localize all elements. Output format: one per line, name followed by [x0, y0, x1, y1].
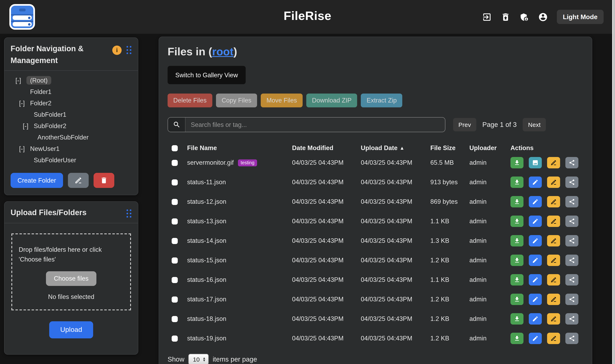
row-checkbox[interactable]: [172, 160, 178, 166]
rename-file-button[interactable]: [547, 235, 560, 247]
tree-item-subfolderuser[interactable]: SubFolderUser: [4, 155, 135, 166]
share-file-button[interactable]: [565, 294, 578, 305]
edit-file-button[interactable]: [529, 274, 542, 286]
download-button[interactable]: [510, 313, 523, 325]
select-all-checkbox[interactable]: [172, 145, 178, 151]
drag-handle-icon[interactable]: [127, 46, 132, 54]
share-file-button[interactable]: [565, 333, 578, 344]
page-scrollbar[interactable]: [612, 0, 615, 364]
row-checkbox[interactable]: [172, 316, 178, 322]
account-icon[interactable]: [538, 12, 548, 22]
prev-page-button[interactable]: Prev: [453, 118, 476, 131]
share-file-button[interactable]: [565, 177, 578, 188]
row-checkbox[interactable]: [172, 218, 178, 224]
switch-gallery-view-button[interactable]: Switch to Gallery View: [168, 66, 246, 84]
file-name[interactable]: status-14.json: [187, 237, 226, 245]
rename-file-button[interactable]: [547, 177, 560, 188]
copy-files-button[interactable]: Copy Files: [216, 93, 257, 107]
preview-image-button[interactable]: [529, 157, 542, 168]
tree-item-anothersubfolder[interactable]: AnotherSubFolder: [4, 132, 135, 143]
edit-file-button[interactable]: [529, 177, 542, 188]
download-button[interactable]: [510, 235, 523, 247]
search-input[interactable]: [185, 117, 445, 132]
file-dropzone[interactable]: Drop files/folders here or click 'Choose…: [11, 233, 131, 310]
share-file-button[interactable]: [565, 196, 578, 208]
choose-files-button[interactable]: Choose files: [46, 271, 96, 286]
tree-item-root[interactable]: [-](Root): [4, 75, 135, 86]
file-name[interactable]: status-12.json: [187, 198, 226, 205]
light-mode-button[interactable]: Light Mode: [557, 10, 604, 24]
rename-file-button[interactable]: [547, 255, 560, 266]
row-checkbox[interactable]: [172, 296, 178, 302]
share-file-button[interactable]: [565, 313, 578, 325]
info-icon[interactable]: i: [112, 46, 122, 55]
edit-file-button[interactable]: [529, 235, 542, 247]
share-file-button[interactable]: [565, 274, 578, 286]
drag-handle-icon[interactable]: [127, 209, 132, 218]
download-button[interactable]: [510, 196, 523, 208]
download-button[interactable]: [510, 274, 523, 286]
file-name[interactable]: status-13.json: [187, 218, 226, 225]
rename-file-button[interactable]: [547, 313, 560, 325]
delete-files-button[interactable]: Delete Files: [168, 93, 212, 107]
extract-zip-button[interactable]: Extract Zip: [361, 93, 403, 107]
col-date-modified[interactable]: Date Modified: [292, 144, 361, 152]
rename-file-button[interactable]: [547, 274, 560, 286]
download-button[interactable]: [510, 333, 523, 344]
download-button[interactable]: [510, 177, 523, 188]
row-checkbox[interactable]: [172, 277, 178, 283]
file-name[interactable]: status-11.json: [187, 179, 226, 186]
file-name[interactable]: status-15.json: [187, 257, 226, 264]
row-checkbox[interactable]: [172, 335, 178, 341]
file-name[interactable]: status-16.json: [187, 276, 226, 284]
tree-item-subfolder1[interactable]: SubFolder1: [4, 109, 135, 120]
move-files-button[interactable]: Move Files: [261, 93, 303, 107]
share-file-button[interactable]: [565, 235, 578, 247]
download-button[interactable]: [510, 294, 523, 305]
edit-file-button[interactable]: [529, 294, 542, 305]
rename-file-button[interactable]: [547, 196, 560, 208]
download-button[interactable]: [510, 216, 523, 227]
share-file-button[interactable]: [565, 216, 578, 227]
download-button[interactable]: [510, 255, 523, 266]
upload-button[interactable]: Upload: [49, 321, 93, 338]
col-upload-date[interactable]: Upload Date▲: [361, 144, 430, 152]
tree-item-folder2[interactable]: [-]Folder2: [4, 98, 135, 109]
row-checkbox[interactable]: [172, 179, 178, 185]
scrollbar-thumb[interactable]: [613, 0, 615, 364]
rename-file-button[interactable]: [547, 216, 560, 227]
row-checkbox[interactable]: [172, 257, 178, 263]
root-folder-link[interactable]: root: [212, 46, 234, 58]
rename-folder-button[interactable]: [68, 173, 89, 188]
row-checkbox[interactable]: [172, 199, 178, 205]
tree-item-newuser1[interactable]: [-]NewUser1: [4, 143, 135, 155]
tree-item-folder1[interactable]: Folder1: [4, 86, 135, 98]
file-name[interactable]: status-18.json: [187, 315, 226, 323]
restore-trash-icon[interactable]: [500, 12, 510, 22]
edit-file-button[interactable]: [529, 333, 542, 344]
rename-file-button[interactable]: [547, 294, 560, 305]
file-name[interactable]: servermonitor.gif: [187, 159, 234, 166]
edit-file-button[interactable]: [529, 216, 542, 227]
tree-item-subfolder2[interactable]: [-]SubFolder2: [4, 120, 135, 132]
rename-file-button[interactable]: [547, 333, 560, 344]
edit-file-button[interactable]: [529, 196, 542, 208]
delete-folder-button[interactable]: [93, 173, 114, 188]
row-checkbox[interactable]: [172, 238, 178, 244]
col-file-size[interactable]: File Size: [430, 144, 469, 152]
create-folder-button[interactable]: Create Folder: [11, 173, 63, 188]
file-name[interactable]: status-17.json: [187, 296, 226, 303]
file-name[interactable]: status-19.json: [187, 335, 226, 342]
items-per-page-select[interactable]: 10 ▲▼: [189, 354, 209, 364]
edit-file-button[interactable]: [529, 255, 542, 266]
col-uploader[interactable]: Uploader: [469, 144, 510, 152]
col-file-name[interactable]: File Name: [187, 144, 292, 152]
admin-shield-icon[interactable]: [519, 12, 529, 22]
logout-icon[interactable]: [482, 12, 492, 22]
edit-file-button[interactable]: [529, 313, 542, 325]
share-file-button[interactable]: [565, 157, 578, 168]
next-page-button[interactable]: Next: [523, 118, 546, 131]
rename-file-button[interactable]: [547, 157, 560, 168]
share-file-button[interactable]: [565, 255, 578, 266]
download-button[interactable]: [510, 157, 523, 168]
